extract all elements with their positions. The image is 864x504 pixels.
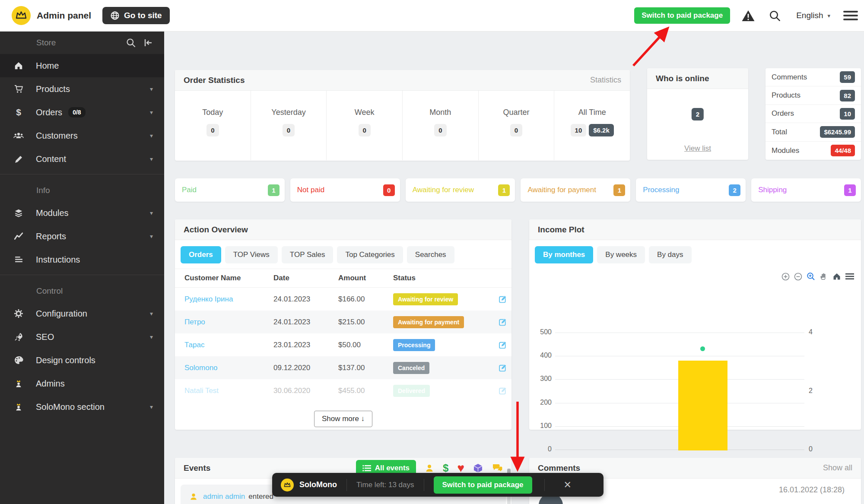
sidebar-item-label: SoloMono section — [36, 402, 105, 412]
tab-orders[interactable]: Orders — [181, 246, 221, 263]
edit-order-icon[interactable] — [495, 363, 511, 372]
collapse-sidebar-icon[interactable] — [143, 38, 153, 48]
chevron-down-icon: ▾ — [150, 109, 153, 116]
go-to-site-button[interactable]: Go to site — [102, 7, 170, 24]
statistics-link[interactable]: Statistics — [590, 76, 621, 85]
chart-menu-icon[interactable] — [845, 273, 854, 280]
income-plot-tabs: By monthes By weeks By days — [529, 240, 861, 269]
globe-icon — [110, 11, 120, 20]
stat-value-badge: 0 — [434, 124, 446, 136]
tab-searches[interactable]: Searches — [407, 246, 454, 263]
sidebar-item-customers[interactable]: Customers ▾ — [0, 124, 164, 147]
orders-point[interactable] — [700, 346, 705, 351]
income-plot-panel: Income Plot By monthes By weeks By days … — [529, 219, 861, 430]
order-date: 23.01.2023 — [273, 341, 338, 349]
language-selector[interactable]: English ▾ — [796, 11, 830, 20]
sidebar-item-configuration[interactable]: Configuration ▾ — [0, 302, 164, 325]
sidebar-item-design-controls[interactable]: Design controls — [0, 349, 164, 372]
zoom-in-icon[interactable] — [781, 273, 790, 281]
chip-count-badge: 1 — [844, 184, 856, 196]
income-bar[interactable] — [678, 361, 727, 450]
edit-order-icon[interactable] — [495, 295, 511, 304]
customer-link[interactable]: Natali Test — [184, 387, 273, 395]
tab-by-monthes[interactable]: By monthes — [535, 246, 593, 263]
pan-icon[interactable] — [820, 272, 828, 281]
order-stat-col: Month 0 — [403, 91, 479, 160]
chip-processing[interactable]: Processing 2 — [636, 178, 746, 202]
chip-shipping[interactable]: Shipping 1 — [751, 178, 861, 202]
edit-order-icon[interactable] — [495, 340, 511, 349]
who-is-online-panel: Who is online 2 View list — [647, 68, 748, 160]
sidebar-item-seo[interactable]: SEO ▾ — [0, 325, 164, 349]
order-date: 09.12.2020 — [273, 364, 338, 372]
close-icon[interactable]: ✕ — [564, 480, 572, 490]
search-icon[interactable] — [769, 10, 781, 22]
go-to-site-label: Go to site — [124, 11, 162, 20]
comment-events-icon[interactable] — [492, 463, 503, 473]
order-date: 24.01.2023 — [273, 318, 338, 326]
chip-paid[interactable]: Paid 1 — [175, 178, 285, 202]
tab-top-views[interactable]: TOP Views — [225, 246, 278, 263]
warning-icon[interactable] — [741, 10, 755, 22]
chart-toolbar — [781, 272, 854, 281]
edit-order-icon[interactable] — [495, 386, 511, 395]
tab-top-sales[interactable]: TOP Sales — [282, 246, 334, 263]
stat-row: Comments 59 — [766, 68, 861, 86]
tab-by-weeks[interactable]: By weeks — [597, 246, 645, 263]
sidebar-item-home[interactable]: Home — [0, 54, 164, 77]
customer-link[interactable]: Петро — [184, 318, 273, 326]
pencil-icon — [13, 155, 24, 164]
store-selector[interactable]: Store — [0, 32, 164, 54]
sidebar-section-control: Control — [0, 275, 164, 302]
order-stat-col: Week 0 — [327, 91, 403, 160]
tab-by-days[interactable]: By days — [649, 246, 691, 263]
view-list-link[interactable]: View list — [684, 144, 711, 153]
sidebar-item-solomono-section[interactable]: SoloMono section ▾ — [0, 395, 164, 418]
panel-title: Events — [184, 463, 210, 473]
chevron-down-icon: ▾ — [827, 13, 830, 19]
chevron-down-icon: ▾ — [150, 403, 153, 410]
tab-top-categories[interactable]: Top Categories — [337, 246, 403, 263]
customer-link[interactable]: Руденко Ірина — [184, 295, 273, 304]
sidebar-search-icon[interactable] — [126, 38, 136, 48]
main-content: Order Statistics Statistics Today 0 Yest… — [164, 32, 864, 504]
sidebar-item-admins[interactable]: Admins — [0, 372, 164, 395]
show-all-link[interactable]: Show all — [823, 463, 852, 472]
show-more-button[interactable]: Show more ↓ — [314, 411, 372, 427]
home-reset-icon[interactable] — [832, 272, 841, 281]
zoom-out-icon[interactable] — [794, 273, 802, 281]
sidebar-item-instructions[interactable]: Instructions — [0, 248, 164, 271]
toast-switch-to-paid-button[interactable]: Switch to paid package — [434, 476, 532, 494]
sidebar-item-modules[interactable]: Modules ▾ — [0, 201, 164, 225]
event-user-link[interactable]: admin admin — [203, 492, 245, 501]
switch-to-paid-button[interactable]: Switch to paid package — [634, 7, 730, 24]
edit-order-icon[interactable] — [495, 317, 511, 326]
sidebar-item-orders[interactable]: $ Orders 0/8 ▾ — [0, 101, 164, 124]
brand-logo[interactable] — [12, 6, 31, 25]
product-events-icon[interactable] — [473, 463, 483, 473]
customer-link[interactable]: Solomono — [184, 364, 273, 372]
list-icon — [362, 465, 371, 472]
sidebar-item-label: Reports — [36, 231, 66, 241]
customer-link[interactable]: Тарас — [184, 341, 273, 349]
sidebar-item-label: Design controls — [36, 355, 95, 365]
sidebar-item-content[interactable]: Content ▾ — [0, 147, 164, 171]
customer-events-icon[interactable] — [425, 463, 434, 473]
menu-icon[interactable] — [843, 9, 858, 22]
status-badge: Awaiting for review — [393, 293, 458, 305]
sidebar-item-reports[interactable]: Reports ▾ — [0, 225, 164, 248]
chip-not-paid[interactable]: Not paid 0 — [290, 178, 400, 202]
chip-awaiting-review[interactable]: Awaiting for review 1 — [406, 178, 515, 202]
chip-awaiting-payment[interactable]: Awaiting for payment 1 — [521, 178, 630, 202]
sidebar-item-label: Modules — [36, 208, 69, 218]
panel-title: Income Plot — [538, 225, 584, 235]
wishlist-events-icon[interactable]: ♥ — [457, 462, 464, 474]
chevron-down-icon: ▾ — [150, 310, 153, 317]
sidebar-item-label: Home — [36, 61, 59, 71]
sidebar-item-products[interactable]: Products ▾ — [0, 77, 164, 101]
gridline — [555, 333, 804, 333]
box-zoom-icon[interactable] — [807, 272, 815, 281]
order-events-icon[interactable]: $ — [443, 462, 448, 474]
store-selector-label: Store — [36, 38, 56, 48]
chip-count-badge: 0 — [383, 184, 395, 196]
